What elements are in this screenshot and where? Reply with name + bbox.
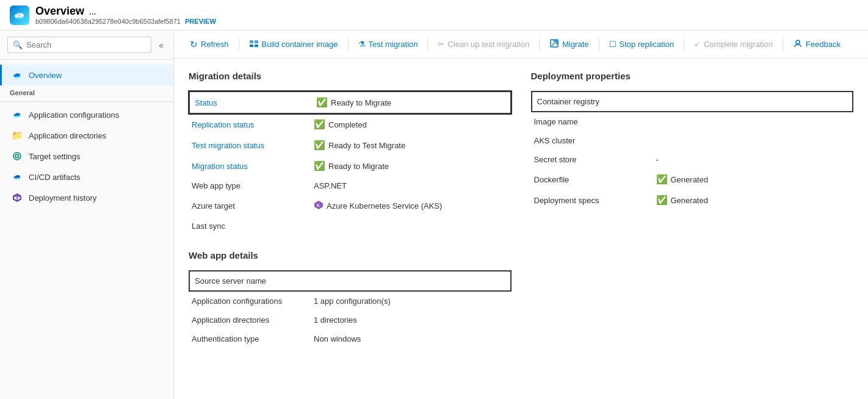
left-column: Migration details Status ✅ Ready to Migr…: [189, 71, 512, 348]
web-app-details-section: Web app details Source server name Appli…: [189, 250, 512, 348]
web-app-details-table: Source server name Application configura…: [189, 270, 512, 348]
migrate-label: Migrate: [562, 40, 588, 49]
status-value-text: Ready to Migrate: [331, 98, 391, 107]
deployment-specs-badge: ✅ Generated: [656, 195, 851, 206]
toolbar-sep-2: [348, 38, 349, 51]
table-row-migration-status: Migration status ✅ Ready to Migrate: [189, 156, 511, 176]
test-migration-status-text: Ready to Test Migrate: [328, 141, 405, 150]
app-subtitle: b09806da640638a295278e040c9b6503afef5871…: [35, 18, 216, 25]
svg-point-9: [15, 113, 20, 116]
build-container-button[interactable]: Build container image: [243, 35, 344, 53]
deploy-history-icon: [12, 192, 23, 203]
toolbar-sep-4: [539, 38, 540, 51]
aks-icon: K: [314, 200, 324, 212]
stop-replication-icon: ☐: [609, 40, 617, 49]
table-row-aks-cluster: AKS cluster: [532, 131, 853, 150]
sidebar-item-app-dirs[interactable]: 📁 Application directories: [0, 125, 173, 146]
complete-migration-button[interactable]: ✓ Complete migration: [688, 37, 779, 52]
refresh-label: Refresh: [201, 40, 229, 49]
table-row-app-configs: Application configurations 1 app configu…: [189, 291, 511, 311]
sidebar-item-app-configs[interactable]: Application configurations: [0, 104, 173, 125]
sidebar-nav: Overview General Application configurati…: [0, 60, 173, 399]
table-row-web-app-type: Web app type ASP.NET: [189, 176, 511, 195]
svg-point-3: [16, 13, 21, 16]
source-server-value: [311, 271, 511, 291]
sidebar-item-overview[interactable]: Overview: [0, 65, 173, 85]
build-container-label: Build container image: [262, 40, 338, 49]
subtitle-id: b09806da640638a295278e040c9b6503afef5871: [35, 18, 181, 25]
search-input-wrap[interactable]: 🔍: [7, 37, 151, 53]
app-title-block: Overview ... b09806da640638a295278e040c9…: [35, 5, 216, 25]
clean-up-button[interactable]: ✂ Clean up test migration: [432, 37, 535, 52]
test-migration-check-icon: ✅: [314, 140, 325, 151]
test-migration-status-badge: ✅ Ready to Test Migrate: [314, 140, 508, 151]
table-row-last-sync: Last sync: [189, 217, 511, 235]
app-header: Overview ... b09806da640638a295278e040c9…: [0, 0, 868, 31]
right-column: Deployment properties Container registry…: [531, 71, 854, 348]
sidebar-item-deploy-history[interactable]: Deployment history: [0, 187, 173, 208]
table-row-image-name: Image name: [532, 112, 853, 131]
migrate-button[interactable]: Migrate: [543, 35, 595, 53]
status-value: ✅ Ready to Migrate: [311, 92, 511, 113]
web-app-type-label: Web app type: [189, 176, 311, 195]
sidebar-search-area: 🔍 «: [0, 31, 173, 60]
collapse-sidebar-button[interactable]: «: [156, 39, 166, 51]
image-name-value: [654, 112, 853, 131]
feedback-button[interactable]: Feedback: [787, 35, 847, 53]
clean-up-icon: ✂: [438, 40, 444, 49]
last-sync-label: Last sync: [189, 217, 311, 235]
table-row-azure-target: Azure target K: [189, 195, 511, 217]
content-area: Migration details Status ✅ Ready to Migr…: [174, 59, 868, 399]
table-row-dockerfile: Dockerfile ✅ Generated: [532, 169, 853, 190]
test-migration-value: ✅ Ready to Test Migrate: [311, 135, 511, 156]
deployment-specs-check-icon: ✅: [656, 195, 668, 206]
web-app-details-title: Web app details: [189, 250, 512, 261]
sidebar-general-label: General: [0, 85, 173, 99]
title-ellipsis[interactable]: ...: [89, 7, 96, 16]
stop-replication-label: Stop replication: [620, 40, 675, 49]
toolbar-sep-3: [427, 38, 428, 51]
svg-point-12: [16, 156, 18, 157]
test-migration-button[interactable]: ⚗ Test migration: [352, 37, 424, 52]
svg-text:K: K: [317, 203, 320, 207]
dockerfile-status-badge: ✅ Generated: [656, 174, 851, 185]
status-label: Status: [189, 92, 311, 113]
table-row-app-dirs: Application directories 1 directories: [189, 311, 511, 329]
sidebar-divider: [0, 101, 173, 102]
deployment-specs-value: ✅ Generated: [654, 190, 853, 210]
clean-up-label: Clean up test migration: [447, 40, 529, 49]
replication-status-label: Replication status: [189, 113, 311, 135]
cicd-icon: [12, 171, 23, 182]
search-input[interactable]: [26, 40, 146, 49]
auth-type-label: Authentication type: [189, 329, 311, 348]
sidebar-item-cicd[interactable]: CI/CD artifacts: [0, 167, 173, 187]
container-registry-label: Container registry: [532, 92, 654, 112]
toolbar-sep-7: [783, 38, 783, 51]
title-text: Overview: [35, 5, 84, 18]
migration-status-label: Migration status: [189, 156, 311, 176]
wa-app-configs-label: Application configurations: [189, 291, 311, 311]
deployment-props-title: Deployment properties: [531, 71, 854, 81]
stop-replication-button[interactable]: ☐ Stop replication: [603, 37, 681, 52]
dockerfile-label: Dockerfile: [532, 169, 654, 190]
web-app-type-value: ASP.NET: [311, 176, 511, 195]
dockerfile-check-icon: ✅: [656, 174, 668, 185]
table-row-deployment-specs: Deployment specs ✅ Generated: [532, 190, 853, 210]
refresh-button[interactable]: ↻ Refresh: [184, 36, 235, 53]
app-configs-icon: [12, 109, 23, 120]
test-migration-label: Test migration status: [189, 135, 311, 156]
table-row-secret-store: Secret store -: [532, 150, 853, 169]
sidebar-item-cicd-label: CI/CD artifacts: [29, 173, 81, 182]
test-migration-icon: ⚗: [358, 40, 366, 49]
svg-point-6: [15, 73, 20, 77]
build-container-icon: [249, 38, 259, 50]
table-row-test-migration-status: Test migration status ✅ Ready to Test Mi…: [189, 135, 511, 156]
replication-check-icon: ✅: [314, 119, 325, 130]
toolbar-sep-5: [599, 38, 599, 51]
toolbar: ↻ Refresh Build container image ⚗: [174, 31, 868, 59]
migrate-icon: [549, 38, 559, 50]
sidebar-item-target-settings[interactable]: Target settings: [0, 146, 173, 167]
app-dirs-icon: 📁: [12, 130, 23, 141]
complete-migration-label: Complete migration: [704, 40, 773, 49]
svg-point-15: [15, 175, 20, 178]
